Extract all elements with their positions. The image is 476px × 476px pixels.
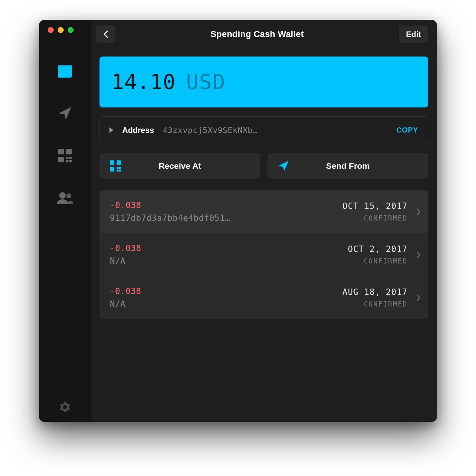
qr-icon bbox=[58, 149, 72, 162]
send-icon bbox=[278, 160, 289, 172]
transaction-row[interactable]: -0.038 N/A OCT 2, 2017 CONFIRMED bbox=[99, 233, 428, 276]
sidebar-item-wallet[interactable] bbox=[56, 62, 74, 80]
transaction-status: CONFIRMED bbox=[342, 214, 408, 222]
chevron-right-icon bbox=[416, 251, 421, 258]
svg-rect-13 bbox=[110, 167, 114, 172]
transactions-list: -0.038 9117db7d3a7bb4e4bdf051… OCT 15, 2… bbox=[99, 190, 428, 319]
address-value: 43zxvpcj5Xv9SEkNXb… bbox=[163, 125, 388, 135]
svg-point-10 bbox=[66, 193, 71, 198]
address-row[interactable]: Address 43zxvpcj5Xv9SEkNXb… COPY bbox=[99, 116, 428, 144]
transaction-date: OCT 15, 2017 bbox=[342, 201, 408, 211]
transaction-amount: -0.038 bbox=[110, 287, 337, 296]
svg-rect-2 bbox=[58, 149, 64, 154]
svg-rect-1 bbox=[58, 65, 72, 68]
disclosure-triangle-icon bbox=[109, 127, 113, 133]
balance-currency: USD bbox=[186, 70, 226, 94]
receive-button[interactable]: Receive At bbox=[99, 153, 260, 179]
qr-icon bbox=[110, 160, 121, 172]
transaction-row[interactable]: -0.038 N/A AUG 18, 2017 CONFIRMED bbox=[99, 276, 428, 319]
svg-rect-3 bbox=[66, 149, 72, 154]
address-label: Address bbox=[122, 126, 154, 135]
send-icon bbox=[58, 106, 72, 121]
gear-icon bbox=[59, 402, 70, 413]
transaction-amount: -0.038 bbox=[110, 201, 337, 210]
svg-rect-12 bbox=[117, 160, 121, 165]
svg-rect-11 bbox=[110, 160, 114, 165]
back-button[interactable] bbox=[96, 25, 115, 43]
main-panel: Spending Cash Wallet Edit 14.10 USD Addr… bbox=[91, 20, 437, 422]
svg-rect-7 bbox=[66, 160, 68, 162]
contacts-icon bbox=[57, 191, 73, 204]
svg-rect-4 bbox=[58, 157, 64, 162]
svg-rect-16 bbox=[117, 170, 119, 172]
wallet-icon bbox=[57, 64, 72, 78]
send-label: Send From bbox=[326, 161, 370, 171]
svg-point-9 bbox=[59, 192, 66, 199]
sidebar-item-settings[interactable] bbox=[56, 404, 74, 422]
header: Spending Cash Wallet Edit bbox=[91, 20, 437, 49]
chevron-left-icon bbox=[103, 30, 109, 38]
transaction-hash: N/A bbox=[110, 256, 245, 266]
actions-row: Receive At Send From bbox=[99, 153, 428, 179]
svg-rect-6 bbox=[69, 160, 72, 162]
sidebar-item-receive[interactable] bbox=[56, 147, 74, 164]
send-button[interactable]: Send From bbox=[267, 153, 428, 179]
transaction-hash: 9117db7d3a7bb4e4bdf051… bbox=[110, 213, 245, 223]
minimize-window-button[interactable] bbox=[58, 27, 64, 33]
copy-address-button[interactable]: COPY bbox=[396, 126, 418, 135]
svg-rect-0 bbox=[58, 66, 72, 78]
sidebar bbox=[39, 20, 91, 422]
transaction-amount: -0.038 bbox=[110, 244, 343, 253]
page-title: Spending Cash Wallet bbox=[120, 29, 394, 39]
maximize-window-button[interactable] bbox=[68, 27, 74, 33]
close-window-button[interactable] bbox=[48, 27, 54, 33]
svg-rect-17 bbox=[119, 167, 121, 169]
transaction-row[interactable]: -0.038 9117db7d3a7bb4e4bdf051… OCT 15, 2… bbox=[99, 190, 428, 233]
transaction-date: AUG 18, 2017 bbox=[342, 287, 408, 297]
transaction-status: CONFIRMED bbox=[348, 257, 408, 265]
window-controls bbox=[41, 27, 74, 33]
chevron-right-icon bbox=[416, 294, 421, 301]
transaction-status: CONFIRMED bbox=[342, 300, 408, 308]
sidebar-item-contacts[interactable] bbox=[56, 189, 74, 207]
svg-rect-5 bbox=[66, 157, 68, 159]
receive-label: Receive At bbox=[159, 161, 201, 171]
transaction-hash: N/A bbox=[110, 299, 245, 309]
sidebar-item-send[interactable] bbox=[56, 105, 74, 122]
edit-button[interactable]: Edit bbox=[399, 25, 428, 43]
svg-rect-8 bbox=[69, 157, 72, 159]
app-window: Spending Cash Wallet Edit 14.10 USD Addr… bbox=[39, 20, 437, 422]
balance-card: 14.10 USD bbox=[99, 57, 428, 107]
transaction-date: OCT 2, 2017 bbox=[348, 244, 408, 254]
svg-rect-15 bbox=[119, 170, 121, 172]
svg-rect-14 bbox=[117, 167, 119, 169]
chevron-right-icon bbox=[416, 208, 421, 215]
balance-amount: 14.10 bbox=[111, 70, 176, 94]
